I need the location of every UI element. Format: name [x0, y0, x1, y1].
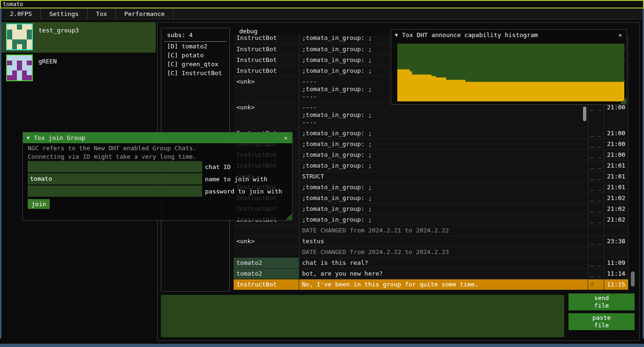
collapse-arrow-icon[interactable]: ▼ — [27, 135, 30, 140]
chat-message-cell: ;tomato_in_group: ; — [299, 128, 588, 139]
chat-message-cell: ;tomato_in_group: ; — [299, 182, 588, 193]
group-avatar — [6, 23, 33, 50]
avatar-pixel — [22, 75, 27, 80]
join-field-row: chat ID — [28, 161, 292, 172]
chat-sender-cell: InstructBot — [234, 279, 299, 290]
avatar-pixel — [12, 61, 17, 66]
avatar-pixel — [17, 34, 22, 39]
avatar-pixel — [7, 44, 12, 49]
avatar-pixel — [17, 30, 22, 35]
avatar-pixel — [22, 34, 27, 39]
chat-row[interactable]: DATE CHANGED from 2024.2.21 to 2024.2.22 — [234, 225, 628, 236]
chat-time-cell: 11:14 — [604, 269, 628, 279]
chat-sender-cell: InstructBot — [234, 33, 299, 44]
avatar-pixel — [22, 24, 27, 30]
chat-sender-cell: tomato2 — [234, 258, 299, 268]
chat-flags-cell: _ _ — [588, 193, 604, 203]
avatar-pixel — [27, 24, 32, 30]
chat-scrollbar[interactable] — [631, 271, 635, 286]
chat-message-cell: DATE CHANGED from 2024.2.21 to 2024.2.22 — [299, 225, 588, 236]
chat-row[interactable]: InstructBot;tomato_in_group: ;_ _21:00 — [234, 128, 628, 139]
chat-flags-cell: _ _ — [588, 171, 604, 182]
send-file-button[interactable]: send file — [568, 293, 635, 310]
menu-item-2-0fps[interactable]: 2.0FPS — [1, 8, 41, 19]
dht-histogram-window: ▼ Tox DHT announce capability histogram … — [391, 29, 627, 105]
chat-flags-cell: d _ — [588, 279, 604, 290]
avatar-pixel — [27, 30, 32, 35]
chat-row[interactable]: InstructBot;tomato_in_group: ;_ _21:02 — [234, 204, 628, 215]
sidebar-group-test_group3[interactable]: test_group3 — [1, 22, 156, 53]
chat-flags-cell: _ _ — [588, 128, 604, 139]
avatar-pixel — [22, 70, 27, 76]
join-group-title: Tox join Group — [34, 134, 279, 141]
avatar-pixel — [7, 39, 12, 45]
chat-row[interactable]: InstructBotNo, I've been in this group f… — [234, 279, 628, 290]
join-password-input[interactable] — [28, 185, 202, 197]
chat-sender-cell: <unk> — [234, 102, 299, 128]
window-border-left — [0, 0, 1, 339]
subs-member-item[interactable]: [C] InstructBot — [161, 69, 229, 77]
resize-grip-icon[interactable] — [286, 214, 292, 220]
avatar-pixel — [12, 44, 17, 49]
avatar-pixel — [17, 55, 22, 61]
window-titlebar[interactable]: tomato — [0, 0, 644, 8]
chat-row[interactable]: <unk>---- ;tomato_in_group: ; ----_ _21:… — [234, 102, 628, 128]
dht-histogram-titlebar[interactable]: ▼ Tox DHT announce capability histogram … — [391, 30, 627, 40]
chat-row[interactable]: DATE CHANGED from 2024.2.22 to 2024.2.23 — [234, 247, 628, 258]
chat-row[interactable]: InstructBot;tomato_in_group: ;_ _21:00 — [234, 150, 628, 161]
chat-flags-cell: _ _ — [588, 269, 604, 279]
chat-sender-cell: <unk> — [234, 236, 299, 247]
chat-row[interactable]: tomato2chat is this real?_ _11:09 — [234, 258, 628, 269]
subs-count-label: subs: 4 — [161, 28, 229, 41]
avatar-pixel — [7, 70, 12, 76]
paste-file-button[interactable]: paste file — [568, 313, 635, 330]
dht-histogram-area — [397, 44, 624, 101]
menu-bar: 2.0FPSSettingsToxPerformance — [1, 8, 643, 20]
menu-item-tox[interactable]: Tox — [88, 8, 116, 19]
menu-item-settings[interactable]: Settings — [41, 8, 88, 19]
join-name-input[interactable]: tomato — [28, 173, 202, 185]
chat-row[interactable]: <unk>STRUCT_ _21:01 — [234, 171, 628, 182]
message-input[interactable] — [161, 295, 564, 337]
join-group-titlebar[interactable]: ▼ Tox join Group ✕ — [23, 132, 292, 143]
sidebar-group-gREEN[interactable]: gREEN — [1, 53, 156, 84]
close-icon[interactable]: ✕ — [617, 31, 623, 39]
chat-row[interactable]: InstructBot;tomato_in_group: ;_ _21:01 — [234, 161, 628, 171]
chat-time-cell: 21:00 — [604, 128, 628, 139]
chat-message-cell: No, I've been in this group for quite so… — [299, 279, 588, 290]
window-title: tomato — [3, 1, 23, 8]
join-button[interactable]: join — [28, 199, 50, 209]
avatar-pixel — [22, 39, 27, 45]
collapse-arrow-icon[interactable]: ▼ — [395, 32, 398, 38]
avatar-pixel — [27, 34, 32, 39]
avatar-pixel — [7, 34, 12, 39]
chat-row[interactable]: <unk>testus_ _23:38 — [234, 236, 628, 247]
chat-flags-cell: _ _ — [588, 215, 604, 225]
subs-member-list: [D] tomato2[C] potato[C] green_qtox[C] I… — [161, 42, 229, 77]
chat-row[interactable]: InstructBot;tomato_in_group: ;_ _21:02 — [234, 193, 628, 204]
avatar-pixel — [17, 61, 22, 66]
chat-flags-cell — [588, 225, 604, 236]
chat-message-cell: ;tomato_in_group: ; — [299, 161, 588, 171]
chat-id-input[interactable] — [28, 161, 202, 172]
chat-row[interactable]: InstructBot;tomato_in_group: ;_ _21:00 — [234, 139, 628, 150]
menu-item-performance[interactable]: Performance — [116, 8, 174, 19]
subs-member-item[interactable]: [D] tomato2 — [161, 42, 229, 51]
join-group-window: ▼ Tox join Group ✕ NGC refers to the New… — [23, 132, 293, 221]
close-icon[interactable]: ✕ — [283, 134, 288, 141]
resize-grip-icon[interactable] — [620, 98, 626, 104]
chat-row[interactable]: InstructBot;tomato_in_group: ;_ _21:01 — [234, 182, 628, 193]
chat-sender-cell: tomato2 — [234, 269, 299, 279]
join-field-row: password to join with — [28, 185, 292, 197]
avatar-pixel — [27, 75, 32, 80]
chat-row[interactable]: tomato2bot, are you new here?_ _11:14 — [234, 269, 628, 279]
message-scrollbar[interactable] — [583, 107, 586, 121]
join-field-label: password to join with — [205, 188, 282, 195]
chat-flags-cell: _ _ — [588, 236, 604, 247]
dht-histogram-title: Tox DHT announce capability histogram — [402, 31, 613, 39]
subs-member-item[interactable]: [C] potato — [161, 51, 229, 60]
dht-histogram-plot — [397, 44, 624, 101]
subs-member-item[interactable]: [C] green_qtox — [161, 60, 229, 69]
chat-flags-cell — [588, 247, 604, 257]
chat-row[interactable]: InstructBot;tomato_in_group: ;_ _21:02 — [234, 215, 628, 225]
